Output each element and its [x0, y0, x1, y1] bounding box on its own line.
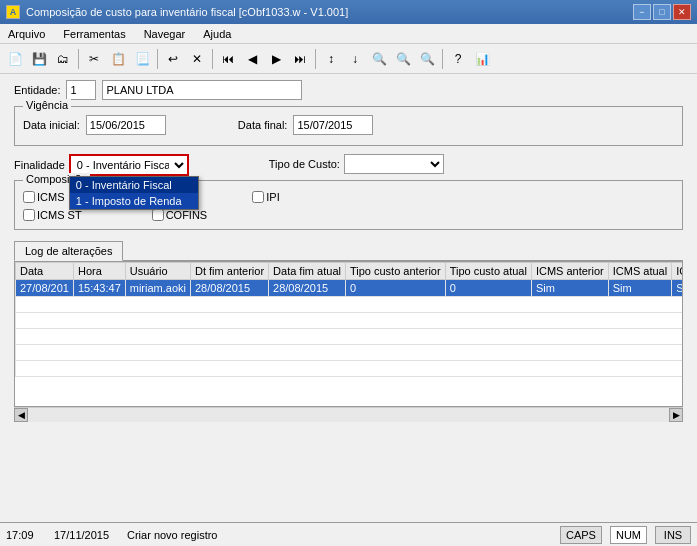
- title-bar-left: A Composição de custo para inventário fi…: [6, 5, 348, 19]
- table-scroll[interactable]: Data Hora Usuário Dt fim anterior Data f…: [15, 262, 682, 377]
- cell-dt-fim-anterior: 28/08/2015: [191, 280, 269, 297]
- toolbar-sep-3: [212, 49, 213, 69]
- data-inicial-input[interactable]: [86, 115, 166, 135]
- finalidade-option-1[interactable]: 1 - Imposto de Renda: [70, 193, 198, 209]
- menu-arquivo[interactable]: Arquivo: [4, 27, 49, 41]
- toolbar-sort-asc[interactable]: ↕: [320, 48, 342, 70]
- table-row[interactable]: [16, 313, 683, 329]
- cell-usuario: miriam.aoki: [125, 280, 190, 297]
- tab-bar: Log de alterações: [14, 240, 683, 261]
- toolbar-sep-5: [442, 49, 443, 69]
- toolbar-first[interactable]: ⏮: [217, 48, 239, 70]
- cell-icms-anterior: Sim: [531, 280, 608, 297]
- toolbar-sep-1: [78, 49, 79, 69]
- status-date: 17/11/2015: [54, 529, 119, 541]
- col-data: Data: [16, 263, 74, 280]
- data-table-container: Data Hora Usuário Dt fim anterior Data f…: [14, 261, 683, 407]
- tipo-custo-field: Tipo de Custo:: [269, 154, 444, 174]
- toolbar-save[interactable]: 💾: [28, 48, 50, 70]
- col-tipo-custo-atual: Tipo custo atual: [445, 263, 531, 280]
- toolbar-last[interactable]: ⏭: [289, 48, 311, 70]
- table-row[interactable]: 27/08/201 15:43:47 miriam.aoki 28/08/201…: [16, 280, 683, 297]
- cell-data-fim-atual: 28/08/2015: [269, 280, 346, 297]
- finalidade-tipo-row: Finalidade 0 - Inventário Fiscal 1 - Imp…: [14, 154, 683, 176]
- toolbar-cancel[interactable]: ✕: [186, 48, 208, 70]
- finalidade-label: Finalidade: [14, 159, 65, 171]
- cofins-checkbox-label[interactable]: COFINS: [152, 209, 208, 221]
- form-section: Entidade: Vigência Data inicial: Data fi…: [0, 74, 697, 236]
- menu-ajuda[interactable]: Ajuda: [199, 27, 235, 41]
- menu-ferramentas[interactable]: Ferramentas: [59, 27, 129, 41]
- toolbar-help[interactable]: ?: [447, 48, 469, 70]
- toolbar-search3[interactable]: 🔍: [416, 48, 438, 70]
- scroll-right-btn[interactable]: ▶: [669, 408, 683, 422]
- title-bar: A Composição de custo para inventário fi…: [0, 0, 697, 24]
- entidade-label: Entidade:: [14, 84, 60, 96]
- minimize-button[interactable]: −: [633, 4, 651, 20]
- col-dt-fim-anterior: Dt fim anterior: [191, 263, 269, 280]
- table-row[interactable]: [16, 361, 683, 377]
- table-row[interactable]: [16, 297, 683, 313]
- entidade-name-field[interactable]: [102, 80, 302, 100]
- toolbar-next[interactable]: ▶: [265, 48, 287, 70]
- ipi-checkbox[interactable]: [252, 191, 264, 203]
- cell-data: 27/08/201: [16, 280, 74, 297]
- table-header-row: Data Hora Usuário Dt fim anterior Data f…: [16, 263, 683, 280]
- vigencia-row: Data inicial: Data final:: [23, 111, 674, 135]
- cell-icms-atual: Sim: [608, 280, 671, 297]
- tab-log-label: Log de alterações: [25, 245, 112, 257]
- menu-bar: Arquivo Ferramentas Navegar Ajuda: [0, 24, 697, 44]
- scroll-left-btn[interactable]: ◀: [14, 408, 28, 422]
- tipo-custo-select[interactable]: [344, 154, 444, 174]
- icms-label: ICMS: [37, 191, 65, 203]
- scroll-track[interactable]: [28, 408, 669, 422]
- icms-checkbox-label[interactable]: ICMS: [23, 191, 65, 203]
- entidade-id-field[interactable]: [66, 80, 96, 100]
- cofins-checkbox[interactable]: [152, 209, 164, 221]
- icms-st-label: ICMS ST: [37, 209, 82, 221]
- cofins-label: COFINS: [166, 209, 208, 221]
- close-button[interactable]: ✕: [673, 4, 691, 20]
- toolbar-sep-2: [157, 49, 158, 69]
- toolbar-undo[interactable]: ↩: [162, 48, 184, 70]
- status-message: Criar novo registro: [127, 529, 552, 541]
- table-row[interactable]: [16, 345, 683, 361]
- icms-st-checkbox-label[interactable]: ICMS ST: [23, 209, 82, 221]
- toolbar-cut[interactable]: ✂: [83, 48, 105, 70]
- caps-badge: CAPS: [560, 526, 602, 544]
- vigencia-group: Vigência Data inicial: Data final:: [14, 106, 683, 146]
- icms-checkbox[interactable]: [23, 191, 35, 203]
- toolbar-copy[interactable]: 📋: [107, 48, 129, 70]
- col-usuario: Usuário: [125, 263, 190, 280]
- col-hora: Hora: [73, 263, 125, 280]
- menu-navegar[interactable]: Navegar: [140, 27, 190, 41]
- col-icms-atual: ICMS atual: [608, 263, 671, 280]
- ipi-checkbox-label[interactable]: IPI: [252, 191, 279, 203]
- maximize-button[interactable]: □: [653, 4, 671, 20]
- tipo-custo-label: Tipo de Custo:: [269, 158, 340, 170]
- col-tipo-custo-anterior: Tipo custo anterior: [345, 263, 445, 280]
- log-table: Data Hora Usuário Dt fim anterior Data f…: [15, 262, 682, 377]
- toolbar-new[interactable]: 📄: [4, 48, 26, 70]
- toolbar-search1[interactable]: 🔍: [368, 48, 390, 70]
- finalidade-option-0[interactable]: 0 - Inventário Fiscal: [70, 177, 198, 193]
- cell-tipo-custo-anterior: 0: [345, 280, 445, 297]
- toolbar-report[interactable]: 📊: [471, 48, 493, 70]
- table-row[interactable]: [16, 329, 683, 345]
- toolbar-folder[interactable]: 🗂: [52, 48, 74, 70]
- toolbar-paste[interactable]: 📃: [131, 48, 153, 70]
- vigencia-legend: Vigência: [23, 99, 71, 111]
- toolbar-prev[interactable]: ◀: [241, 48, 263, 70]
- toolbar-sort-desc[interactable]: ↓: [344, 48, 366, 70]
- entidade-row: Entidade:: [14, 80, 683, 100]
- tab-log-alteracoes[interactable]: Log de alterações: [14, 241, 123, 261]
- toolbar-search2[interactable]: 🔍: [392, 48, 414, 70]
- window-controls: − □ ✕: [633, 4, 691, 20]
- icms-st-checkbox[interactable]: [23, 209, 35, 221]
- table-area: Data Hora Usuário Dt fim anterior Data f…: [14, 261, 683, 421]
- status-time: 17:09: [6, 529, 46, 541]
- bottom-section: Log de alterações Data Hora Usuário Dt f…: [0, 236, 697, 421]
- col-icms-anterior: ICMS anterior: [531, 263, 608, 280]
- data-final-input[interactable]: [293, 115, 373, 135]
- toolbar-sep-4: [315, 49, 316, 69]
